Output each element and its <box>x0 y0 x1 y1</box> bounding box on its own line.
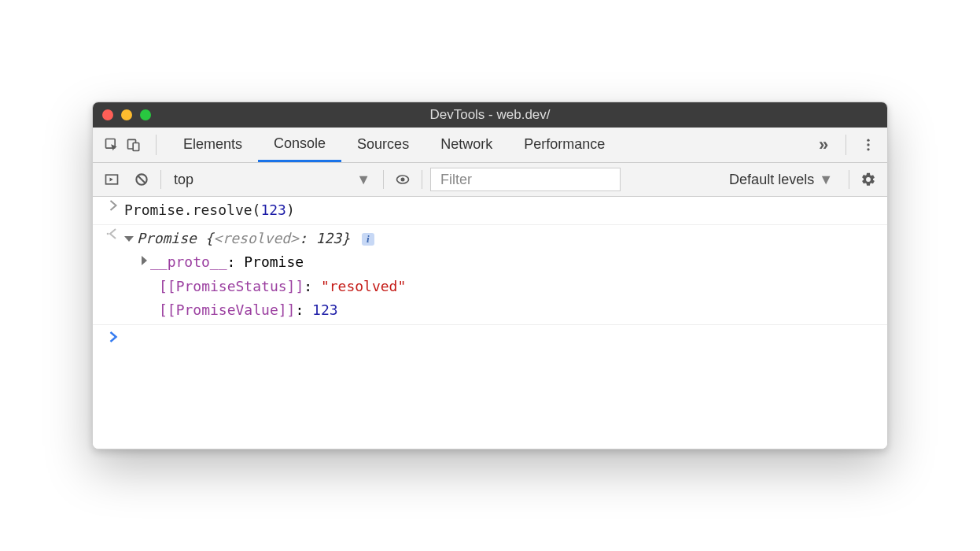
chevron-down-icon: ▼ <box>356 172 370 188</box>
filter-box[interactable] <box>430 168 621 191</box>
tab-network[interactable]: Network <box>425 128 508 162</box>
svg-point-10 <box>401 178 405 182</box>
proto-line[interactable]: __proto__: Promise <box>124 250 878 275</box>
divider <box>849 170 849 189</box>
expand-toggle-icon[interactable] <box>124 236 134 242</box>
result-summary-line[interactable]: Promise {<resolved>: 123} i <box>124 227 878 251</box>
console-input-text[interactable]: Promise.resolve(123) <box>124 198 878 223</box>
kebab-menu-icon[interactable] <box>857 134 879 156</box>
token-paren: ) <box>286 202 295 218</box>
svg-rect-2 <box>133 143 139 151</box>
token-sep: : <box>295 301 312 318</box>
device-toolbar-icon[interactable] <box>123 134 145 156</box>
svg-point-11 <box>107 232 109 235</box>
token-brace: } <box>341 230 350 246</box>
execution-context-select[interactable]: top ▼ <box>169 172 375 188</box>
console-input-row: Promise.resolve(123) <box>93 197 887 225</box>
log-levels-select[interactable]: Default levels ▼ <box>729 172 833 188</box>
console-body: Promise.resolve(123) Promise {<resolved>… <box>93 197 887 449</box>
filter-input[interactable] <box>439 171 612 189</box>
token-number: 123 <box>260 202 286 218</box>
token-brace: { <box>197 230 214 246</box>
toggle-sidebar-icon[interactable] <box>101 168 123 190</box>
token-constructor: Promise <box>137 230 197 246</box>
output-arrow-icon <box>102 227 124 323</box>
chevron-down-icon: ▼ <box>819 172 833 188</box>
token-state: <resolved> <box>214 230 299 246</box>
token-proto-key: __proto__ <box>150 253 227 270</box>
panel-tabs: Elements Console Sources Network Perform… <box>168 128 812 162</box>
token-internal-key: [[PromiseValue]] <box>159 301 295 318</box>
divider <box>383 170 384 189</box>
close-window-button[interactable] <box>102 109 113 120</box>
svg-line-8 <box>138 176 145 183</box>
tabbar: Elements Console Sources Network Perform… <box>93 128 887 163</box>
inspect-element-icon[interactable] <box>101 134 123 156</box>
info-icon[interactable]: i <box>362 233 374 246</box>
tab-console[interactable]: Console <box>258 128 341 162</box>
console-toolbar: top ▼ Default levels ▼ <box>93 163 887 197</box>
minimize-window-button[interactable] <box>121 109 132 120</box>
token-method: Promise.resolve <box>124 202 252 218</box>
console-output-row: Promise {<resolved>: 123} i __proto__: P… <box>93 225 887 325</box>
token-internal-key: [[PromiseStatus]] <box>159 278 304 294</box>
token-number: 123 <box>316 230 342 246</box>
svg-point-4 <box>867 143 869 146</box>
tab-elements[interactable]: Elements <box>168 128 258 162</box>
console-prompt-row[interactable] <box>93 325 887 445</box>
console-prompt-input[interactable] <box>124 330 878 342</box>
token-string: "resolved" <box>321 278 406 294</box>
divider <box>846 135 846 155</box>
window-title: DevTools - web.dev/ <box>102 107 878 123</box>
svg-point-5 <box>867 148 869 150</box>
token-colon: : <box>299 230 316 246</box>
divider <box>160 170 161 189</box>
token-sep: : <box>227 253 245 270</box>
live-expression-icon[interactable] <box>392 168 414 190</box>
devtools-window: DevTools - web.dev/ Elements Console Sou… <box>92 102 888 449</box>
promise-value-line[interactable]: [[PromiseValue]]: 123 <box>124 298 878 323</box>
svg-point-3 <box>867 139 869 142</box>
tab-sources[interactable]: Sources <box>341 128 425 162</box>
console-settings-icon[interactable] <box>857 168 879 190</box>
token-sep: : <box>304 278 321 294</box>
token-number: 123 <box>312 301 338 318</box>
traffic-lights <box>102 109 151 120</box>
context-label: top <box>174 172 193 188</box>
more-tabs-icon[interactable]: » <box>812 134 834 156</box>
divider <box>156 135 157 155</box>
token-paren: ( <box>252 202 261 218</box>
titlebar: DevTools - web.dev/ <box>93 102 887 128</box>
divider <box>422 170 422 189</box>
expand-toggle-icon[interactable] <box>142 256 147 265</box>
clear-console-icon[interactable] <box>131 168 153 190</box>
input-chevron-icon <box>102 198 124 223</box>
token-value: Promise <box>244 253 304 270</box>
maximize-window-button[interactable] <box>140 109 151 120</box>
levels-label: Default levels <box>729 172 814 188</box>
prompt-chevron-icon <box>102 330 124 342</box>
console-output-tree: Promise {<resolved>: 123} i __proto__: P… <box>124 227 878 323</box>
tab-performance[interactable]: Performance <box>508 128 621 162</box>
promise-status-line[interactable]: [[PromiseStatus]]: "resolved" <box>124 275 878 299</box>
